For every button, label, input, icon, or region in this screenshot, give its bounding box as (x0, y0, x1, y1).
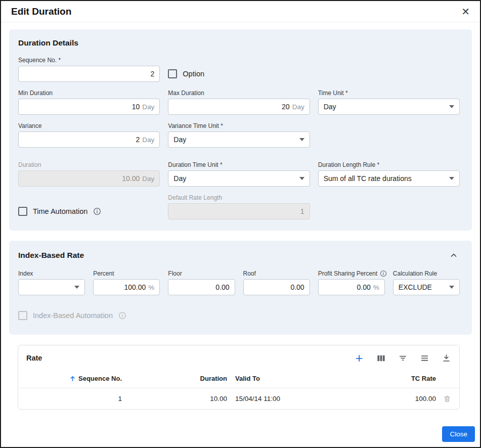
calculation-rule-value: EXCLUDE (399, 283, 432, 291)
column-valid-to-label: Valid To (235, 375, 260, 382)
dialog-body: Duration Details Sequence No. * 2 Option (1, 22, 480, 422)
time-automation-checkbox[interactable]: Time Automation (18, 203, 160, 219)
time-unit-value: Day (324, 103, 336, 111)
calculation-rule-select[interactable]: EXCLUDE (393, 279, 460, 295)
duration-time-unit-select[interactable]: Day (168, 170, 310, 187)
index-label: Index (18, 270, 85, 277)
profit-sharing-percent-unit: % (373, 284, 379, 291)
density-icon[interactable] (419, 353, 429, 363)
cell-tc-rate: 100.00 (375, 395, 436, 402)
min-duration-label: Min Duration (18, 89, 160, 97)
floor-input[interactable]: 0.00 (168, 279, 235, 295)
index-select[interactable] (18, 279, 85, 295)
column-sequence-no[interactable]: Sequence No. (18, 375, 122, 382)
variance-input[interactable]: 2 Day (18, 131, 160, 148)
roof-field: Roof 0.00 (243, 270, 310, 295)
variance-label: Variance (18, 122, 160, 129)
percent-unit: % (148, 284, 154, 291)
duration-time-unit-field: Duration Time Unit * Day (168, 161, 310, 187)
variance-time-unit-field: Variance Time Unit * Day (168, 122, 310, 148)
sequence-no-input[interactable]: 2 (18, 66, 160, 82)
variance-time-unit-select[interactable]: Day (168, 131, 310, 148)
variance-unit: Day (142, 136, 154, 144)
profit-sharing-percent-input[interactable]: 0.00 % (318, 279, 385, 295)
duration-field: Duration 10.00 Day (18, 161, 160, 187)
duration-unit: Day (142, 175, 154, 183)
close-button[interactable]: Close (442, 426, 475, 442)
variance-field: Variance 2 Day (18, 122, 160, 148)
time-unit-select[interactable]: Day (318, 99, 460, 115)
calculation-rule-field: Calculation Rule EXCLUDE (393, 270, 460, 295)
variance-value: 2 (136, 136, 140, 144)
index-field: Index (18, 270, 85, 295)
duration-time-unit-value: Day (173, 174, 186, 183)
download-icon[interactable] (441, 353, 451, 363)
cell-sequence-no: 1 (18, 395, 122, 402)
sequence-no-value: 2 (151, 70, 155, 78)
info-icon[interactable] (93, 207, 101, 215)
roof-input[interactable]: 0.00 (243, 279, 310, 295)
index-based-rate-section: Index-Based Rate Index Percent 100.00 (9, 241, 472, 335)
duration-details-section: Duration Details Sequence No. * 2 Option (9, 29, 472, 231)
floor-field: Floor 0.00 (168, 270, 235, 295)
info-icon (118, 311, 126, 320)
chevron-up-icon[interactable] (449, 250, 460, 261)
time-unit-label: Time Unit * (318, 89, 460, 97)
column-sequence-no-label: Sequence No. (78, 375, 122, 382)
index-based-rate-title: Index-Based Rate (18, 251, 84, 260)
dialog-header: Edit Duration ✕ (1, 1, 480, 22)
chevron-down-icon (299, 177, 304, 180)
max-duration-value: 20 (282, 103, 290, 111)
info-icon[interactable] (380, 270, 387, 277)
option-checkbox[interactable]: Option (168, 66, 310, 82)
chevron-down-icon (74, 286, 79, 289)
checkbox-icon (18, 311, 27, 320)
chevron-down-icon (449, 177, 454, 180)
min-duration-input[interactable]: 10 Day (18, 99, 160, 115)
roof-value: 0.00 (290, 283, 304, 291)
column-duration[interactable]: Duration (122, 375, 227, 382)
default-rate-length-value: 1 (300, 207, 304, 215)
sequence-no-field: Sequence No. * 2 (18, 57, 160, 82)
rate-table-card: Rate + (18, 345, 460, 410)
profit-sharing-percent-value: 0.00 (357, 283, 371, 291)
rate-table-toolbar: + (354, 353, 451, 363)
calculation-rule-label: Calculation Rule (393, 270, 460, 277)
column-tc-rate-label: TC Rate (411, 375, 436, 382)
variance-time-unit-value: Day (173, 136, 186, 144)
filter-icon[interactable] (398, 353, 408, 363)
min-duration-unit: Day (142, 103, 154, 111)
rate-table-header: Sequence No. Duration Valid To TC Rate (18, 369, 459, 388)
percent-label: Percent (93, 270, 160, 277)
close-icon[interactable]: ✕ (459, 5, 472, 19)
sort-ascending-icon[interactable] (69, 375, 76, 382)
index-based-automation-label: Index-Based Automation (33, 311, 113, 320)
cell-valid-to: 15/04/14 11:00 (227, 395, 375, 402)
cell-duration: 10.00 (122, 395, 227, 402)
min-duration-field: Min Duration 10 Day (18, 89, 160, 115)
column-duration-label: Duration (200, 375, 227, 382)
duration-details-title: Duration Details (18, 38, 78, 48)
table-row[interactable]: 1 10.00 15/04/14 11:00 100.00 (18, 388, 459, 409)
duration-length-rule-select[interactable]: Sum of all TC rate durations (318, 170, 460, 187)
duration-input-disabled: 10.00 Day (18, 170, 160, 187)
percent-value: 100.00 (124, 283, 146, 291)
duration-length-rule-value: Sum of all TC rate durations (324, 174, 412, 183)
duration-value: 10.00 (122, 174, 140, 183)
chevron-down-icon (299, 138, 304, 141)
profit-sharing-percent-field: Profit Sharing Percent 0.00 % (318, 270, 385, 295)
time-unit-field: Time Unit * Day (318, 89, 460, 115)
time-automation-label: Time Automation (33, 207, 88, 215)
max-duration-unit: Day (292, 103, 304, 111)
column-tc-rate[interactable]: TC Rate (375, 375, 436, 382)
percent-input[interactable]: 100.00 % (93, 279, 160, 295)
sequence-no-label: Sequence No. * (18, 57, 160, 64)
duration-length-rule-field: Duration Length Rule * Sum of all TC rat… (318, 161, 460, 187)
column-valid-to[interactable]: Valid To (227, 375, 375, 382)
delete-row-icon[interactable] (443, 394, 453, 404)
columns-icon[interactable] (376, 353, 386, 363)
min-duration-value: 10 (132, 103, 140, 111)
floor-value: 0.00 (215, 283, 229, 291)
max-duration-input[interactable]: 20 Day (168, 99, 310, 115)
add-row-icon[interactable]: + (354, 353, 364, 363)
